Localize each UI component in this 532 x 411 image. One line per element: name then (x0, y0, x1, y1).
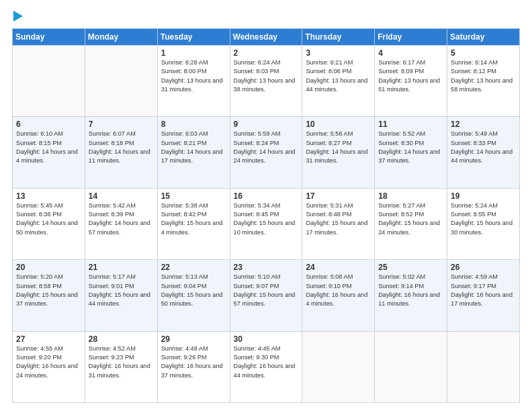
logo (12, 11, 23, 21)
calendar-cell: 25Sunrise: 5:02 AMSunset: 9:14 PMDayligh… (375, 260, 447, 331)
day-info: Sunrise: 5:06 AMSunset: 9:10 PMDaylight:… (306, 273, 371, 308)
day-info: Sunrise: 6:24 AMSunset: 8:03 PMDaylight:… (234, 58, 299, 94)
calendar-cell: 11Sunrise: 5:52 AMSunset: 8:30 PMDayligh… (375, 117, 447, 188)
day-number: 10 (306, 120, 371, 129)
day-info: Sunrise: 5:56 AMSunset: 8:27 PMDaylight:… (306, 130, 371, 165)
calendar-cell: 18Sunrise: 5:27 AMSunset: 8:52 PMDayligh… (375, 188, 447, 259)
day-info: Sunrise: 5:17 AMSunset: 9:01 PMDaylight:… (89, 273, 154, 308)
day-number: 17 (306, 191, 371, 201)
calendar-cell: 13Sunrise: 5:45 AMSunset: 8:36 PMDayligh… (13, 188, 85, 259)
day-number: 23 (234, 263, 299, 272)
calendar-cell: 29Sunrise: 4:48 AMSunset: 9:26 PMDayligh… (157, 331, 230, 402)
week-row-1: 1Sunrise: 6:28 AMSunset: 8:00 PMDaylight… (13, 46, 520, 117)
day-info: Sunrise: 6:21 AMSunset: 8:06 PMDaylight:… (306, 58, 371, 94)
day-info: Sunrise: 5:31 AMSunset: 8:48 PMDaylight:… (306, 201, 371, 237)
day-number: 18 (378, 191, 443, 201)
calendar-cell: 6Sunrise: 6:10 AMSunset: 8:15 PMDaylight… (13, 117, 85, 188)
day-info: Sunrise: 6:17 AMSunset: 8:09 PMDaylight:… (378, 58, 443, 94)
day-info: Sunrise: 4:45 AMSunset: 9:30 PMDaylight:… (234, 345, 299, 380)
day-info: Sunrise: 5:59 AMSunset: 8:24 PMDaylight:… (234, 130, 299, 165)
calendar-cell (302, 331, 375, 402)
day-number: 20 (16, 263, 81, 272)
header (12, 11, 520, 21)
day-number: 8 (161, 120, 226, 129)
calendar-cell: 12Sunrise: 5:49 AMSunset: 8:33 PMDayligh… (447, 117, 520, 188)
day-number: 29 (161, 334, 226, 344)
calendar-cell (85, 46, 157, 117)
day-info: Sunrise: 5:38 AMSunset: 8:42 PMDaylight:… (161, 201, 226, 237)
day-number: 12 (451, 120, 516, 129)
week-row-5: 27Sunrise: 4:55 AMSunset: 9:20 PMDayligh… (13, 331, 520, 402)
day-number: 22 (161, 263, 226, 272)
day-number: 4 (378, 48, 443, 58)
day-info: Sunrise: 6:07 AMSunset: 8:18 PMDaylight:… (89, 130, 154, 165)
day-info: Sunrise: 5:34 AMSunset: 8:45 PMDaylight:… (234, 201, 299, 237)
day-info: Sunrise: 4:55 AMSunset: 9:20 PMDaylight:… (16, 345, 81, 380)
day-info: Sunrise: 5:49 AMSunset: 8:33 PMDaylight:… (451, 130, 516, 165)
calendar-cell: 7Sunrise: 6:07 AMSunset: 8:18 PMDaylight… (85, 117, 157, 188)
calendar-cell: 19Sunrise: 5:24 AMSunset: 8:55 PMDayligh… (447, 188, 520, 259)
day-info: Sunrise: 5:20 AMSunset: 8:58 PMDaylight:… (16, 273, 81, 308)
day-info: Sunrise: 4:52 AMSunset: 9:23 PMDaylight:… (89, 345, 154, 380)
day-info: Sunrise: 5:24 AMSunset: 8:55 PMDaylight:… (451, 201, 516, 237)
day-number: 24 (306, 263, 371, 272)
calendar-cell: 4Sunrise: 6:17 AMSunset: 8:09 PMDaylight… (375, 46, 447, 117)
calendar-cell: 17Sunrise: 5:31 AMSunset: 8:48 PMDayligh… (302, 188, 375, 259)
week-row-2: 6Sunrise: 6:10 AMSunset: 8:15 PMDaylight… (13, 117, 520, 188)
calendar-cell: 22Sunrise: 5:13 AMSunset: 9:04 PMDayligh… (157, 260, 230, 331)
day-number: 21 (89, 263, 154, 272)
calendar-cell (13, 46, 85, 117)
calendar-cell: 2Sunrise: 6:24 AMSunset: 8:03 PMDaylight… (230, 46, 302, 117)
day-number: 13 (16, 191, 81, 201)
day-info: Sunrise: 5:13 AMSunset: 9:04 PMDaylight:… (161, 273, 226, 308)
day-number: 6 (16, 120, 81, 129)
day-info: Sunrise: 6:14 AMSunset: 8:12 PMDaylight:… (451, 58, 516, 94)
day-info: Sunrise: 6:10 AMSunset: 8:15 PMDaylight:… (16, 130, 81, 165)
weekday-header-saturday: Saturday (447, 29, 520, 46)
week-row-3: 13Sunrise: 5:45 AMSunset: 8:36 PMDayligh… (13, 188, 520, 259)
day-info: Sunrise: 5:10 AMSunset: 9:07 PMDaylight:… (234, 273, 299, 308)
calendar-cell: 8Sunrise: 6:03 AMSunset: 8:21 PMDaylight… (157, 117, 230, 188)
weekday-header-friday: Friday (375, 29, 447, 46)
day-info: Sunrise: 5:27 AMSunset: 8:52 PMDaylight:… (378, 201, 443, 237)
day-number: 7 (89, 120, 154, 129)
day-info: Sunrise: 6:03 AMSunset: 8:21 PMDaylight:… (161, 130, 226, 165)
logo-arrow-icon (13, 11, 23, 21)
calendar-cell (375, 331, 447, 402)
calendar-cell: 14Sunrise: 5:42 AMSunset: 8:39 PMDayligh… (85, 188, 157, 259)
weekday-header-thursday: Thursday (302, 29, 375, 46)
calendar-cell: 28Sunrise: 4:52 AMSunset: 9:23 PMDayligh… (85, 331, 157, 402)
day-number: 30 (234, 334, 299, 344)
day-number: 1 (161, 48, 226, 58)
calendar-cell: 26Sunrise: 4:59 AMSunset: 9:17 PMDayligh… (447, 260, 520, 331)
day-number: 19 (451, 191, 516, 201)
day-info: Sunrise: 4:48 AMSunset: 9:26 PMDaylight:… (161, 345, 226, 380)
calendar-cell: 24Sunrise: 5:06 AMSunset: 9:10 PMDayligh… (302, 260, 375, 331)
day-number: 3 (306, 48, 371, 58)
day-info: Sunrise: 4:59 AMSunset: 9:17 PMDaylight:… (451, 273, 516, 308)
calendar-cell: 3Sunrise: 6:21 AMSunset: 8:06 PMDaylight… (302, 46, 375, 117)
weekday-header-row: SundayMondayTuesdayWednesdayThursdayFrid… (13, 29, 520, 46)
page: SundayMondayTuesdayWednesdayThursdayFrid… (0, 0, 532, 411)
weekday-header-wednesday: Wednesday (230, 29, 302, 46)
calendar-table: SundayMondayTuesdayWednesdayThursdayFrid… (12, 28, 520, 403)
day-number: 5 (451, 48, 516, 58)
day-number: 26 (451, 263, 516, 272)
weekday-header-monday: Monday (85, 29, 157, 46)
calendar-cell: 15Sunrise: 5:38 AMSunset: 8:42 PMDayligh… (157, 188, 230, 259)
day-number: 28 (89, 334, 154, 344)
calendar-cell: 9Sunrise: 5:59 AMSunset: 8:24 PMDaylight… (230, 117, 302, 188)
day-number: 27 (16, 334, 81, 344)
day-info: Sunrise: 5:45 AMSunset: 8:36 PMDaylight:… (16, 201, 81, 237)
calendar-cell: 1Sunrise: 6:28 AMSunset: 8:00 PMDaylight… (157, 46, 230, 117)
calendar-cell: 5Sunrise: 6:14 AMSunset: 8:12 PMDaylight… (447, 46, 520, 117)
calendar-cell: 21Sunrise: 5:17 AMSunset: 9:01 PMDayligh… (85, 260, 157, 331)
day-info: Sunrise: 5:42 AMSunset: 8:39 PMDaylight:… (89, 201, 154, 237)
calendar-cell: 16Sunrise: 5:34 AMSunset: 8:45 PMDayligh… (230, 188, 302, 259)
day-number: 2 (234, 48, 299, 58)
weekday-header-tuesday: Tuesday (157, 29, 230, 46)
day-number: 14 (89, 191, 154, 201)
day-number: 25 (378, 263, 443, 272)
calendar-cell: 20Sunrise: 5:20 AMSunset: 8:58 PMDayligh… (13, 260, 85, 331)
calendar-cell: 30Sunrise: 4:45 AMSunset: 9:30 PMDayligh… (230, 331, 302, 402)
